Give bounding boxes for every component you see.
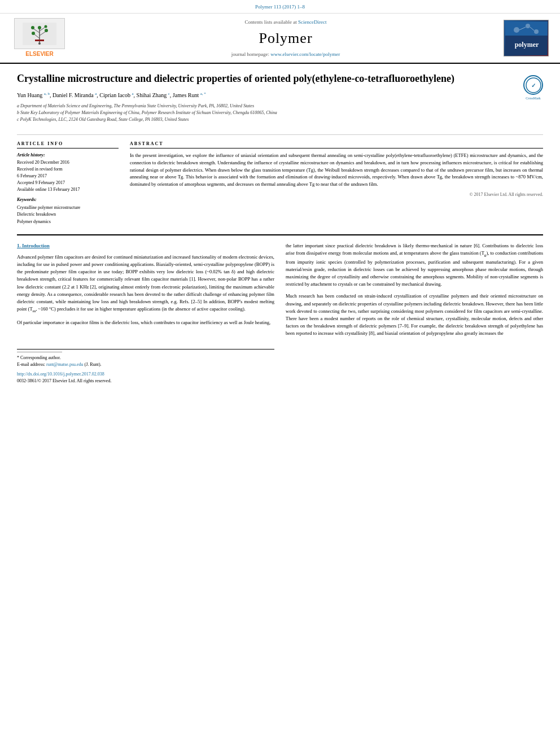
elsevier-label: ELSEVIER (25, 50, 53, 58)
email-note: E-mail address: runt@matse.psu.edu (J. R… (17, 361, 274, 368)
keyword-3: Polymer dynamics (17, 219, 119, 226)
sciencedirect-link[interactable]: ScienceDirect (298, 19, 326, 25)
affiliation-b: b State Key Laboratory of Polymer Materi… (17, 110, 518, 116)
email-link[interactable]: runt@matse.psu.edu (46, 362, 84, 367)
crossmark-svg: ✓ (525, 77, 542, 94)
polymer-logo: polymer (504, 20, 549, 56)
body-col-left: 1. Introduction Advanced polymer film ca… (17, 242, 274, 385)
journal-header: ELSEVIER Contents lists available at Sci… (0, 14, 560, 64)
revised-label: Received in revised form (17, 166, 119, 173)
history-label: Article history: (17, 152, 119, 158)
contents-line: Contents lists available at ScienceDirec… (79, 19, 492, 26)
affiliations: a Department of Materials Science and En… (17, 103, 518, 123)
crossmark-label: CrossMark (523, 96, 543, 101)
svg-point-6 (31, 26, 34, 29)
body-two-col: 1. Introduction Advanced polymer film ca… (17, 242, 543, 385)
intro-paragraph-1: Advanced polymer film capacitors are des… (17, 254, 274, 314)
homepage-line: journal homepage: www.elsevier.com/locat… (79, 51, 492, 58)
online-date: Available online 13 February 2017 (17, 186, 119, 193)
crossmark: ✓ CrossMark (523, 75, 543, 101)
polymer-logo-icon: polymer (505, 21, 548, 55)
right-paragraph-1: the latter important since practical die… (286, 242, 543, 289)
intro-paragraph-2: Of particular importance in capacitor fi… (17, 319, 274, 326)
crossmark-icon: ✓ (523, 75, 543, 95)
journal-title: Polymer (79, 28, 492, 49)
doi-link[interactable]: http://dx.doi.org/10.1016/j.polymer.2017… (17, 372, 104, 377)
main-body: 1. Introduction Advanced polymer film ca… (17, 234, 543, 385)
svg-rect-14 (505, 21, 548, 36)
title-area: Crystalline microstructure and dielectri… (17, 72, 543, 129)
svg-point-9 (45, 25, 47, 28)
elsevier-tree-icon (23, 23, 56, 45)
journal-reference: Polymer 113 (2017) 1–8 (255, 4, 305, 10)
top-bar: Polymer 113 (2017) 1–8 (0, 0, 560, 14)
affiliation-a: a Department of Materials Science and En… (17, 103, 518, 110)
svg-text:✓: ✓ (531, 82, 536, 89)
revised-date: 6 February 2017 (17, 173, 119, 180)
body-col-right: the latter important since practical die… (286, 242, 543, 385)
svg-point-16 (526, 24, 530, 28)
article-content: Crystalline microstructure and dielectri… (0, 64, 560, 396)
corresponding-author-note: * Corresponding author. (17, 355, 274, 361)
article-info-header: ARTICLE INFO (17, 141, 119, 148)
authors-line: Yun Huang a, b, Daniel F. Miranda a, Cip… (17, 91, 518, 99)
homepage-url[interactable]: www.elsevier.com/locate/polymer (270, 51, 340, 57)
svg-point-15 (514, 27, 519, 33)
title-block: Crystalline microstructure and dielectri… (17, 72, 518, 129)
header-center: Contents lists available at ScienceDirec… (68, 19, 504, 58)
svg-text:polymer: polymer (514, 41, 539, 49)
svg-point-11 (38, 42, 41, 45)
svg-point-8 (32, 32, 35, 35)
page: Polymer 113 (2017) 1–8 (0, 0, 560, 747)
article-title: Crystalline microstructure and dielectri… (17, 72, 518, 85)
doi-note: http://dx.doi.org/10.1016/j.polymer.2017… (17, 371, 274, 378)
elsevier-image (14, 18, 65, 49)
keyword-2: Dielectric breakdown (17, 211, 119, 219)
svg-point-10 (38, 26, 41, 29)
abstract-text: In the present investigation, we explore… (130, 152, 543, 188)
affiliation-c: c PolyK Technologies, LLC, 2124 Old Gate… (17, 116, 518, 123)
footer-notes: * Corresponding author. E-mail address: … (17, 349, 274, 369)
article-info-col: ARTICLE INFO Article history: Received 2… (17, 141, 119, 226)
svg-point-17 (534, 29, 539, 34)
abstract-header: ABSTRACT (130, 141, 543, 148)
abstract-col: ABSTRACT In the present investigation, w… (130, 141, 543, 226)
footer-rule (17, 352, 62, 352)
intro-section-title: 1. Introduction (17, 242, 274, 250)
keyword-1: Crystalline polymer microstructure (17, 204, 119, 212)
elsevier-logo: ELSEVIER (11, 18, 68, 58)
copyright: © 2017 Elsevier Ltd. All rights reserved… (130, 191, 543, 198)
received-date: Received 20 December 2016 (17, 159, 119, 166)
svg-point-7 (45, 29, 48, 32)
issn-note: 0032-3861/© 2017 Elsevier Ltd. All right… (17, 378, 274, 385)
right-paragraph-2: Much research has been conducted on stra… (286, 292, 543, 337)
svg-rect-12 (35, 40, 44, 41)
divider-1 (17, 134, 543, 135)
info-abstract-area: ARTICLE INFO Article history: Received 2… (17, 141, 543, 226)
accepted-date: Accepted 9 February 2017 (17, 180, 119, 186)
keywords-list: Crystalline polymer microstructure Diele… (17, 204, 119, 226)
keywords-label: Keywords: (17, 196, 119, 203)
